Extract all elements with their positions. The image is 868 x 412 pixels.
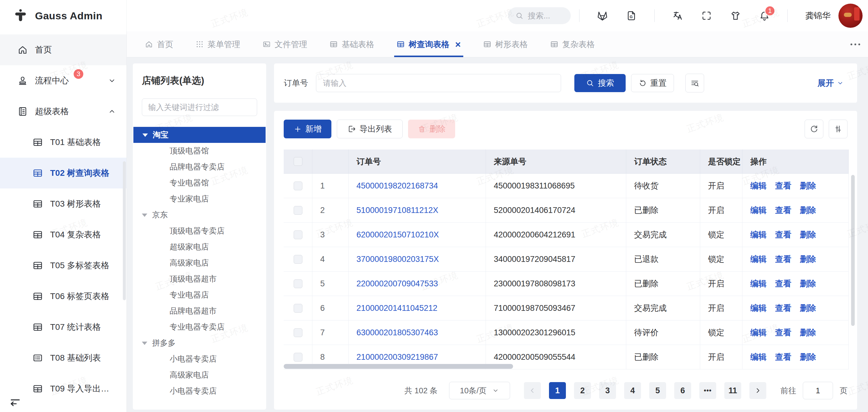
tree-node[interactable]: 高级家电店 xyxy=(133,367,266,383)
tab[interactable]: 首页 xyxy=(145,31,173,57)
sidebar-item[interactable]: T04 复杂表格 xyxy=(0,219,126,250)
page-button[interactable]: 2 xyxy=(574,382,591,399)
delete-link[interactable]: 删除 xyxy=(800,254,816,265)
order-no-input[interactable] xyxy=(316,74,561,92)
tab[interactable]: 菜单管理 xyxy=(195,31,240,57)
add-button[interactable]: 新增 xyxy=(284,120,331,138)
sidebar-item[interactable]: 流程中心3 xyxy=(0,65,126,96)
refresh-button[interactable] xyxy=(805,120,823,138)
tab-more-button[interactable] xyxy=(850,31,860,57)
theme-shirt-icon[interactable] xyxy=(721,10,750,21)
table-vertical-scrollbar[interactable] xyxy=(851,175,855,326)
tree-node[interactable]: 拼多多 xyxy=(133,335,266,351)
tree-node[interactable]: 顶级电器馆 xyxy=(133,143,266,159)
order-link[interactable]: 220000200709047533 xyxy=(356,279,438,289)
tree-node[interactable]: 顶级电器超市 xyxy=(133,271,266,287)
table-horizontal-scrollbar[interactable] xyxy=(284,364,513,369)
caret-down-icon[interactable] xyxy=(143,134,148,140)
reset-button[interactable]: 重置 xyxy=(631,74,674,92)
row-checkbox[interactable] xyxy=(294,231,302,239)
sidebar-item[interactable]: T01 基础表格 xyxy=(0,127,126,158)
row-checkbox[interactable] xyxy=(294,304,302,313)
next-page-button[interactable] xyxy=(749,382,766,399)
page-size-select[interactable]: 10条/页 xyxy=(449,382,510,399)
row-checkbox[interactable] xyxy=(294,279,302,288)
tree-node[interactable]: 专业电器店 xyxy=(133,287,266,303)
tab-close-icon[interactable]: × xyxy=(455,39,461,49)
edit-link[interactable]: 编辑 xyxy=(750,303,767,314)
tree-node[interactable]: 小电器专卖店 xyxy=(133,351,266,367)
view-link[interactable]: 查看 xyxy=(775,278,791,289)
advanced-search-button[interactable] xyxy=(685,74,704,92)
page-ellipsis[interactable]: ••• xyxy=(699,382,716,399)
edit-link[interactable]: 编辑 xyxy=(750,352,767,362)
tree-node[interactable]: 品牌电器超市 xyxy=(133,303,266,319)
order-link[interactable]: 210000200309219867 xyxy=(356,353,438,362)
delete-link[interactable]: 删除 xyxy=(800,180,816,191)
tree-node[interactable]: 专业电器馆 xyxy=(133,175,266,191)
page-button[interactable]: 3 xyxy=(599,382,616,399)
document-icon[interactable]: G xyxy=(617,10,646,21)
tab[interactable]: 树形表格 xyxy=(483,31,528,57)
tree-node[interactable]: 超级家电店 xyxy=(133,239,266,255)
page-button[interactable]: 4 xyxy=(624,382,641,399)
sidebar-item[interactable]: T07 统计表格 xyxy=(0,312,126,343)
tab[interactable]: 基础表格 xyxy=(330,31,374,57)
search-button[interactable]: 搜索 xyxy=(574,74,626,92)
row-checkbox[interactable] xyxy=(294,353,302,361)
row-checkbox[interactable] xyxy=(294,255,302,264)
tree-node[interactable]: 专业家电店 xyxy=(133,191,266,207)
page-button[interactable]: 6 xyxy=(674,382,691,399)
view-link[interactable]: 查看 xyxy=(775,327,791,338)
goto-page-input[interactable] xyxy=(803,382,833,399)
row-checkbox[interactable] xyxy=(294,328,302,337)
view-link[interactable]: 查看 xyxy=(775,254,791,265)
tree-node[interactable]: 京东 xyxy=(133,207,266,223)
sidebar-item[interactable]: T02 树查询表格 xyxy=(0,158,126,188)
edit-link[interactable]: 编辑 xyxy=(750,205,767,216)
edit-link[interactable]: 编辑 xyxy=(750,327,767,338)
sidebar-collapse-button[interactable] xyxy=(8,396,22,410)
tree-node[interactable]: 品牌电器专卖店 xyxy=(133,159,266,175)
tree-filter-input[interactable] xyxy=(142,98,257,116)
export-button[interactable]: 导出列表 xyxy=(337,120,403,138)
sidebar-item[interactable]: 超级表格 xyxy=(0,96,126,127)
sidebar-item[interactable]: T05 多标签表格 xyxy=(0,250,126,281)
sidebar-item[interactable]: 首页 xyxy=(0,34,126,65)
order-link[interactable]: 62000020150710210X xyxy=(356,230,439,239)
delete-link[interactable]: 删除 xyxy=(800,327,816,338)
row-checkbox[interactable] xyxy=(294,181,302,190)
username[interactable]: 龚锦华 xyxy=(805,10,831,22)
order-link[interactable]: 450000198202168734 xyxy=(356,181,438,190)
delete-button[interactable]: 删除 xyxy=(408,120,455,138)
view-link[interactable]: 查看 xyxy=(775,352,791,362)
page-button[interactable]: 1 xyxy=(549,382,566,399)
tree-node[interactable]: 专业电器专卖店 xyxy=(133,319,266,335)
sidebar-item[interactable]: T06 标签页表格 xyxy=(0,281,126,312)
tree-node[interactable]: 顶级电器专卖店 xyxy=(133,223,266,239)
global-search[interactable]: 搜索... xyxy=(508,7,571,24)
order-link[interactable]: 630000201805307463 xyxy=(356,328,438,337)
order-link[interactable]: 37000019800203175X xyxy=(356,255,439,264)
sidebar-scrollbar[interactable] xyxy=(123,161,126,300)
view-link[interactable]: 查看 xyxy=(775,303,791,314)
edit-link[interactable]: 编辑 xyxy=(750,254,767,265)
delete-link[interactable]: 删除 xyxy=(800,229,816,240)
delete-link[interactable]: 删除 xyxy=(800,205,816,216)
edit-link[interactable]: 编辑 xyxy=(750,180,767,191)
tab[interactable]: 文件管理 xyxy=(262,31,307,57)
translate-icon[interactable] xyxy=(663,10,692,21)
expand-link[interactable]: 展开 xyxy=(817,78,844,88)
tree-node[interactable]: 小电器专卖店 xyxy=(133,383,266,399)
view-link[interactable]: 查看 xyxy=(775,180,791,191)
view-link[interactable]: 查看 xyxy=(775,229,791,240)
fullscreen-icon[interactable] xyxy=(692,10,721,21)
delete-link[interactable]: 删除 xyxy=(800,278,816,289)
caret-down-icon[interactable] xyxy=(142,342,147,348)
delete-link[interactable]: 删除 xyxy=(800,352,816,362)
order-link[interactable]: 51000019710811212X xyxy=(356,206,438,215)
page-button[interactable]: 11 xyxy=(724,382,741,399)
caret-down-icon[interactable] xyxy=(142,213,147,219)
notification-bell-icon[interactable]: 1 xyxy=(750,10,779,21)
edit-link[interactable]: 编辑 xyxy=(750,229,767,240)
